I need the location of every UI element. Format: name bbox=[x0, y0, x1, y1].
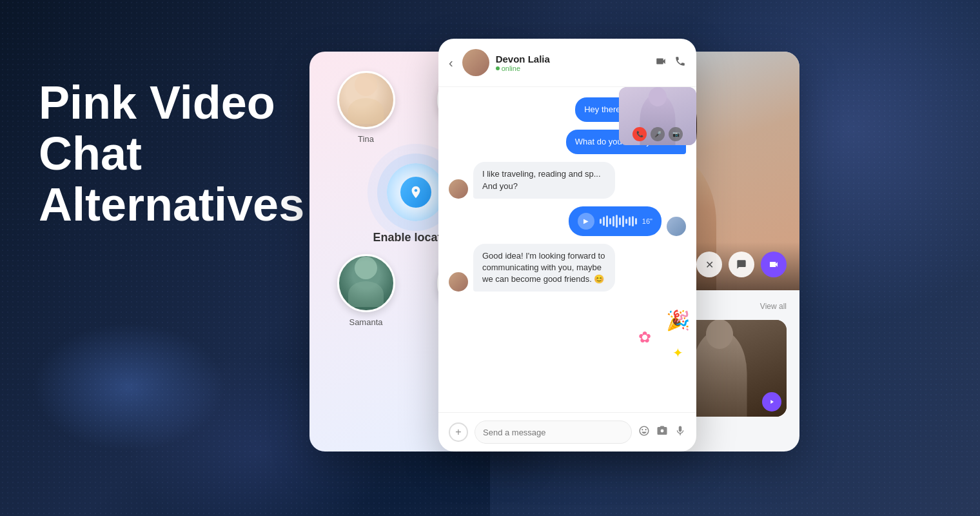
chat-user-name: Devon Lalia bbox=[496, 54, 649, 64]
wave-bar-9 bbox=[625, 219, 627, 224]
hero-title: Pink Video Chat Alternatives bbox=[39, 77, 284, 231]
chat-user-status: online bbox=[496, 64, 649, 72]
wave-bar-6 bbox=[616, 215, 618, 228]
chat-header-actions bbox=[655, 55, 686, 70]
recv-avatar-2 bbox=[449, 272, 468, 292]
wave-bar-3 bbox=[606, 215, 608, 227]
voice-play-button[interactable]: ▶ bbox=[578, 213, 594, 230]
avatar-tina-label: Tina bbox=[358, 134, 374, 144]
msg-bubble-recv-1: I like traveling, reading and sp... And … bbox=[473, 162, 615, 198]
mute-button[interactable]: 🎤 bbox=[651, 127, 665, 141]
wave-bar-8 bbox=[622, 215, 624, 227]
location-button[interactable] bbox=[387, 163, 445, 221]
samanta-shape bbox=[339, 256, 393, 310]
camera-input-button[interactable] bbox=[656, 425, 668, 439]
video-controls: 📞 🎤 📷 bbox=[632, 127, 683, 141]
wave-bar-1 bbox=[600, 219, 602, 224]
msg-bubble-recv-2: Good idea! I'm looking forward to commun… bbox=[473, 244, 615, 292]
back-button[interactable]: ‹ bbox=[449, 55, 453, 70]
msg-text-5: Good idea! I'm looking forward to commun… bbox=[482, 251, 605, 284]
avatar-item-samanta: Samanta bbox=[322, 254, 409, 327]
emoji-button[interactable] bbox=[638, 425, 650, 439]
message-input[interactable] bbox=[475, 421, 632, 444]
voice-duration: 16" bbox=[642, 217, 652, 225]
view-all-link[interactable]: View all bbox=[760, 302, 787, 311]
wave-bar-5 bbox=[612, 216, 614, 226]
wave-bar-4 bbox=[609, 218, 611, 224]
avatar-samanta[interactable] bbox=[337, 254, 395, 312]
hero-text-section: Pink Video Chat Alternatives bbox=[39, 77, 284, 231]
chat-input-icons bbox=[638, 425, 686, 439]
wave-bar-11 bbox=[632, 216, 634, 226]
message-button[interactable] bbox=[729, 252, 754, 277]
sent-avatar-voice bbox=[667, 217, 686, 236]
chat-status-label: online bbox=[502, 64, 520, 72]
chat-status-dot bbox=[496, 66, 500, 70]
message-5: Good idea! I'm looking forward to commun… bbox=[449, 244, 686, 292]
avatar-item-tina: Tina bbox=[322, 71, 409, 144]
avatar-tina[interactable] bbox=[337, 71, 395, 129]
end-call-button[interactable]: 📞 bbox=[632, 127, 647, 141]
video-icon[interactable] bbox=[655, 55, 667, 70]
camera-button[interactable]: 📷 bbox=[669, 127, 683, 141]
chat-user-avatar bbox=[462, 49, 489, 76]
wave-bar-12 bbox=[635, 218, 637, 224]
avatar-samanta-label: Samanta bbox=[349, 317, 382, 327]
chat-user-info: Devon Lalia online bbox=[496, 54, 649, 72]
chat-video-preview: 📞 🎤 📷 bbox=[619, 87, 696, 145]
chat-input-area: + bbox=[438, 412, 696, 452]
chat-header: ‹ Devon Lalia online bbox=[438, 39, 696, 87]
chat-messages: 📞 🎤 📷 Hey there! Nice to mee... What do … bbox=[438, 87, 696, 412]
voice-waveform bbox=[600, 215, 637, 228]
samanta-play-button[interactable] bbox=[762, 392, 781, 412]
message-4-voice: ▶ 16" bbox=[449, 206, 686, 236]
recv-avatar-1 bbox=[449, 179, 468, 199]
voice-message: ▶ 16" bbox=[569, 206, 662, 236]
tina-shape bbox=[339, 73, 393, 127]
message-3: I like traveling, reading and sp... And … bbox=[449, 162, 686, 198]
wave-bar-2 bbox=[603, 217, 605, 226]
location-icon bbox=[400, 177, 431, 208]
chat-panel: ‹ Devon Lalia online bbox=[438, 39, 696, 452]
profile-actions: ✕ bbox=[696, 252, 787, 277]
wave-bar-7 bbox=[619, 217, 621, 225]
msg-text-3: I like traveling, reading and sp... And … bbox=[482, 169, 601, 190]
mic-button[interactable] bbox=[674, 425, 686, 439]
add-button[interactable]: + bbox=[449, 422, 468, 442]
decorative-stickers: 🎉 ✿ ✦ bbox=[638, 309, 690, 361]
background-glow bbox=[32, 322, 226, 452]
wave-bar-10 bbox=[629, 217, 631, 226]
dislike-button[interactable]: ✕ bbox=[696, 252, 722, 277]
video-call-button[interactable] bbox=[761, 252, 787, 277]
phone-icon[interactable] bbox=[674, 55, 686, 70]
